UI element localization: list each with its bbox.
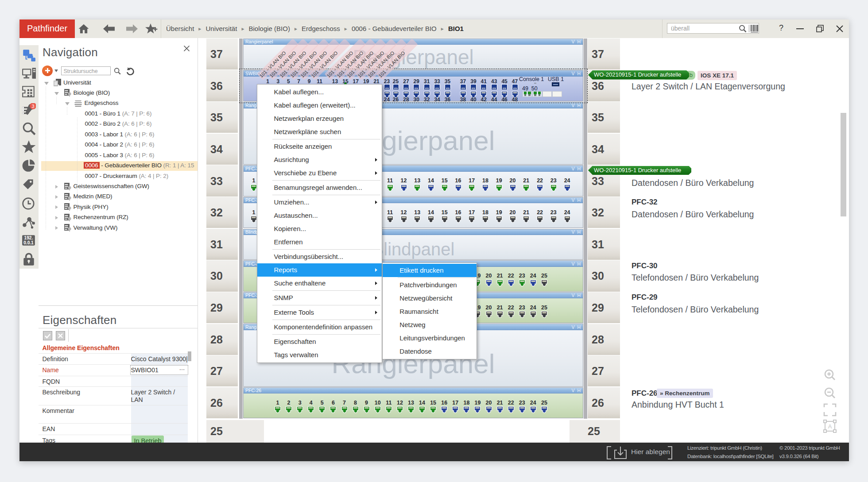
svg-text:3: 3 [31, 103, 35, 109]
svg-text:0.0.1: 0.0.1 [23, 240, 34, 245]
svg-text:192.: 192. [24, 235, 33, 240]
svg-text:A: A [828, 423, 832, 430]
